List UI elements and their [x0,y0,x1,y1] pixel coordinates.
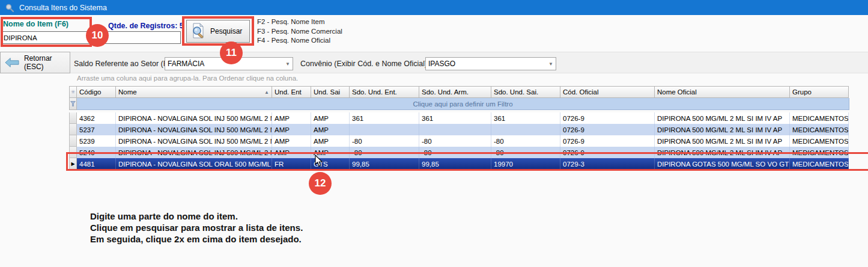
group-by-hint: Arraste uma coluna aqui para agrupa-la. … [77,75,298,82]
table-row[interactable]: 5237 DIPIRONA - NOVALGINA SOL INJ 500 MG… [69,124,849,135]
records-count-label: Qtde. de Registros: 5 [108,22,184,30]
table-row[interactable]: 4362 DIPIRONA - NOVALGINA SOL INJ 500 MG… [69,112,849,124]
column-header-nome[interactable]: Nome▲ [116,86,272,98]
column-header-und-sai[interactable]: Und. Sai [311,86,350,98]
table-row[interactable]: 5239 DIPIRONA - NOVALGINA SOL INJ 500 MG… [69,135,849,147]
sort-ascending-icon: ▲ [264,90,269,95]
column-header-grupo[interactable]: Grupo [790,86,849,98]
item-name-label: Nome do Item (F6) [3,20,68,28]
column-header-cod-oficial[interactable]: Cód. Oficial [560,86,655,98]
window-title: Consulta Itens do Sistema [19,4,107,12]
row-indicator [69,124,77,135]
filter-funnel-icon[interactable] [69,98,77,110]
app-magnifier-icon [5,3,14,13]
annotation-step-11: 11 [220,41,243,64]
sector-label: Saldo Referente ao Setor (F5) [74,60,174,68]
hotkey-f4: F4 - Pesq. Nome Oficial [257,36,342,46]
column-header-codigo[interactable]: Código [77,86,116,98]
instruction-line-1: Digite uma parte do nome do item. [90,210,303,222]
column-header-sdo-und-sai[interactable]: Sdo. Und. Sai. [491,86,560,98]
grid-header-row: ✳ Código Nome▲ Und. Ent Und. Sai Sdo. Un… [69,86,849,98]
title-bar: Consulta Itens do Sistema [0,0,868,15]
row-indicator [69,135,77,147]
tutorial-instructions: Digite uma parte do nome do item. Clique… [90,210,303,245]
column-header-nome-oficial[interactable]: Nome Oficial [655,86,790,98]
back-arrow-icon [5,57,19,68]
row-indicator [69,147,77,158]
row-indicator [69,112,77,124]
hotkey-f3: F3 - Pesq. Nome Comercial [257,27,342,37]
return-button[interactable]: Retornar (ESC) [0,52,70,73]
filter-row: Clique aqui para definir um Filtro [69,98,849,110]
search-button[interactable]: Pesquisar [186,20,250,43]
app-window: Consulta Itens do Sistema Nome do Item (… [0,0,868,267]
annotation-step-12: 12 [309,172,332,195]
row-indicator-header: ✳ [69,86,77,98]
search-document-icon [191,23,205,40]
chevron-down-icon: ▼ [283,61,293,67]
items-grid: ✳ Código Nome▲ Und. Ent Und. Sai Sdo. Un… [69,86,849,170]
selected-row-arrow-icon: ▶ [69,158,77,170]
table-row-selected[interactable]: ▶ 4481 DIPIRONA - NOVALGINA SOL ORAL 500… [69,158,849,170]
search-button-label: Pesquisar [210,27,242,35]
grid-body: 4362 DIPIRONA - NOVALGINA SOL INJ 500 MG… [69,112,849,170]
column-header-sdo-und-ent[interactable]: Sdo. Und. Ent. [350,86,419,98]
annotation-step-10: 10 [86,24,109,47]
return-button-label: Retornar (ESC) [24,54,70,71]
instruction-line-3: Em seguida, clique 2x em cima do item de… [90,233,303,245]
hotkey-f2: F2 - Pesq. Nome Item [257,17,342,27]
agreement-dropdown-value: IPASGO [428,60,546,68]
chevron-down-icon: ▼ [546,61,556,67]
filter-hint-bar[interactable]: Clique aqui para definir um Filtro [77,98,849,110]
agreement-dropdown[interactable]: IPASGO ▼ [425,57,556,70]
agreement-label: Convênio (Exibir Cód. e Nome Oficial) (F… [300,60,443,68]
instruction-line-2: Clique em pesquisar para mostrar a lista… [90,222,303,233]
column-header-und-ent[interactable]: Und. Ent [272,86,311,98]
hotkey-hints: F2 - Pesq. Nome Item F3 - Pesq. Nome Com… [257,17,342,46]
table-row[interactable]: 5240 DIPIRONA - NOVALGINA SOL INJ 500 MG… [69,147,849,158]
column-header-sdo-und-arm[interactable]: Sdo. Und. Arm. [419,86,491,98]
